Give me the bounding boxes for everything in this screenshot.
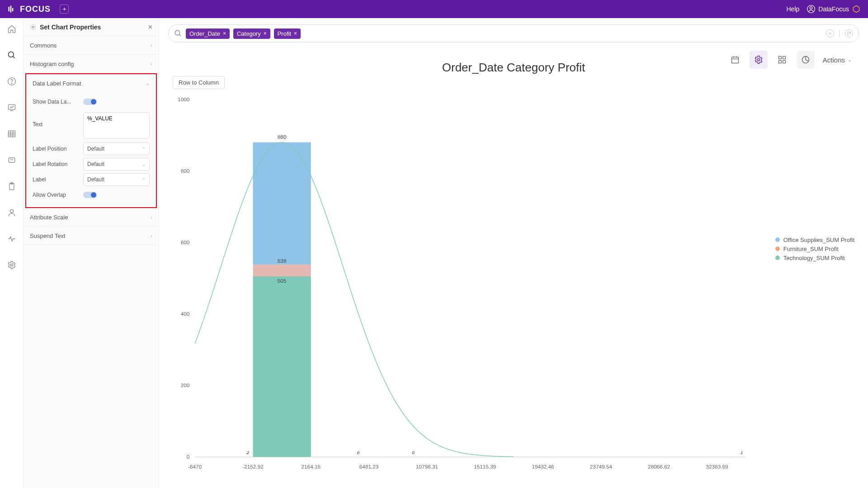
properties-header: Set Chart Properties × <box>24 18 159 36</box>
pill-remove-icon[interactable]: × <box>264 30 267 37</box>
nav-home-icon[interactable] <box>6 24 17 34</box>
legend-swatch <box>775 237 780 242</box>
logo-icon <box>7 5 16 14</box>
label-position-label: Label Position <box>33 146 80 152</box>
close-panel-button[interactable]: × <box>148 23 152 31</box>
svg-rect-12 <box>8 131 15 137</box>
nav-clipboard-icon[interactable] <box>6 181 17 192</box>
svg-text:0: 0 <box>187 454 190 460</box>
label-style-select[interactable]: Default⌃ <box>83 173 150 186</box>
legend-label: Furniture_SUM Profit <box>783 246 839 252</box>
section-data-label-header[interactable]: Data Label Format ⌄ <box>26 74 156 92</box>
legend-item[interactable]: Technology_SUM Profit <box>775 253 854 262</box>
svg-point-9 <box>11 83 12 84</box>
nav-settings-icon[interactable] <box>6 260 17 270</box>
nav-search-icon[interactable] <box>6 50 17 61</box>
panel-title: Set Chart Properties <box>40 24 101 31</box>
user-icon <box>807 5 816 14</box>
chevron-down-icon: ⌄ <box>146 81 150 86</box>
svg-rect-32 <box>783 57 785 59</box>
legend-swatch <box>775 246 780 251</box>
pill-remove-icon[interactable]: × <box>294 30 297 37</box>
svg-rect-54 <box>253 265 311 276</box>
chevron-right-icon: › <box>151 233 152 238</box>
svg-text:880: 880 <box>278 134 287 140</box>
svg-point-30 <box>757 59 760 61</box>
svg-point-6 <box>8 52 14 57</box>
calendar-button[interactable] <box>726 51 744 69</box>
query-bar[interactable]: Order_Date× Category× Profit× × | <box>168 24 859 43</box>
legend-item[interactable]: Office Supplies_SUM Profit <box>775 235 854 244</box>
nav-dashboard-icon[interactable] <box>6 102 17 113</box>
section-attribute-scale[interactable]: Attribute Scale› <box>24 208 159 227</box>
svg-rect-0 <box>9 7 10 11</box>
app-logo: FOCUS <box>7 5 51 14</box>
text-field-label: Text <box>33 112 80 128</box>
nav-user-icon[interactable] <box>6 207 17 218</box>
svg-rect-33 <box>778 61 781 63</box>
svg-text:32383.69: 32383.69 <box>706 464 728 469</box>
nav-table-icon[interactable] <box>6 128 17 139</box>
nav-rail <box>0 18 24 488</box>
caret-down-icon: ⌄ <box>142 162 146 167</box>
chart-toolbar: Actions⌄ <box>726 51 854 69</box>
chart-canvas: 02004006008001000-6470-2152.922164.15648… <box>173 95 750 479</box>
app-name: FOCUS <box>20 5 51 14</box>
data-label-text-input[interactable] <box>83 112 150 138</box>
row-to-column-button[interactable]: Row to Column <box>173 76 225 89</box>
svg-text:538: 538 <box>278 258 287 264</box>
svg-rect-17 <box>9 158 14 162</box>
caret-up-icon: ⌃ <box>142 177 146 182</box>
label-position-select[interactable]: Default⌃ <box>83 142 150 155</box>
add-tab-button[interactable]: ＋ <box>60 5 69 14</box>
svg-text:10798.31: 10798.31 <box>416 464 438 469</box>
grid-view-button[interactable] <box>773 51 791 69</box>
actions-menu[interactable]: Actions⌄ <box>820 56 854 64</box>
svg-point-23 <box>32 26 34 28</box>
section-commons[interactable]: Commons› <box>24 36 159 55</box>
refresh-query-button[interactable] <box>845 29 853 38</box>
svg-text:400: 400 <box>181 311 190 317</box>
query-pill[interactable]: Profit× <box>274 28 301 39</box>
nav-activity-icon[interactable] <box>6 233 17 244</box>
pill-remove-icon[interactable]: × <box>223 30 226 37</box>
svg-marker-5 <box>853 6 859 13</box>
svg-text:200: 200 <box>181 382 190 388</box>
chart-legend: Office Supplies_SUM ProfitFurniture_SUM … <box>775 235 854 262</box>
chart-settings-button[interactable] <box>750 51 768 69</box>
chevron-right-icon: › <box>151 214 152 220</box>
chart-type-button[interactable] <box>797 51 815 69</box>
svg-rect-53 <box>253 276 311 457</box>
svg-point-4 <box>810 7 812 9</box>
properties-panel: Set Chart Properties × Commons› Histogra… <box>24 18 159 488</box>
label-style-label: Label <box>33 176 80 183</box>
svg-line-7 <box>13 57 14 58</box>
section-histogram[interactable]: Histogram config› <box>24 55 159 73</box>
caret-up-icon: ⌃ <box>142 147 146 152</box>
user-menu[interactable]: DataFocus <box>807 5 861 14</box>
main-area: Order_Date× Category× Profit× × | Action… <box>159 18 868 488</box>
section-data-label-format: Data Label Format ⌄ Show Data La... Text… <box>25 73 157 208</box>
legend-item[interactable]: Furniture_SUM Profit <box>775 244 854 253</box>
svg-text:-6470: -6470 <box>188 464 202 469</box>
show-data-label-text: Show Data La... <box>33 99 80 105</box>
query-pill[interactable]: Category× <box>233 28 270 39</box>
show-data-label-toggle[interactable] <box>83 99 97 105</box>
svg-text:800: 800 <box>181 168 190 174</box>
chevron-right-icon: › <box>151 61 152 66</box>
nav-help-icon[interactable] <box>6 76 17 87</box>
allow-overlap-toggle[interactable] <box>83 192 97 198</box>
svg-text:2: 2 <box>246 450 250 455</box>
svg-text:6481.23: 6481.23 <box>359 464 379 469</box>
label-rotation-select[interactable]: Default⌄ <box>83 158 150 171</box>
section-suspend-text[interactable]: Suspend Text› <box>24 227 159 245</box>
nav-module-icon[interactable] <box>6 155 17 166</box>
help-link[interactable]: Help <box>787 5 800 13</box>
query-pill[interactable]: Order_Date× <box>186 28 230 39</box>
svg-text:600: 600 <box>181 239 190 245</box>
svg-text:-2152.92: -2152.92 <box>242 464 264 469</box>
clear-query-button[interactable]: × <box>826 29 834 38</box>
chevron-right-icon: › <box>151 43 152 48</box>
svg-text:0: 0 <box>412 450 415 455</box>
label-rotation-label: Label Rotation <box>33 161 80 167</box>
